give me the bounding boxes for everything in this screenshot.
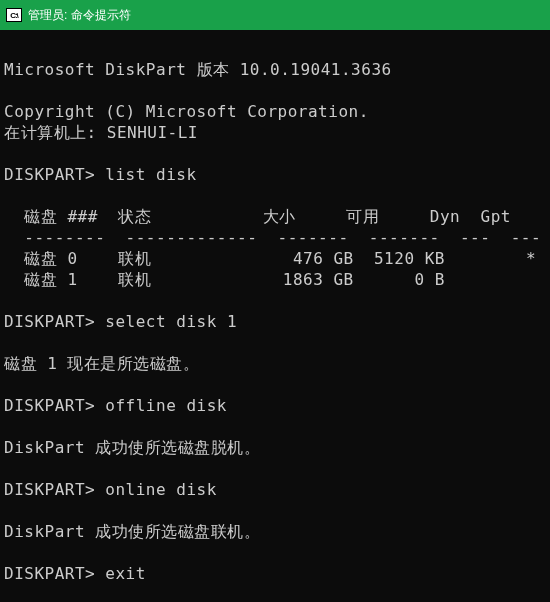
terminal-line: 磁盘 ### 状态 大小 可用 Dyn Gpt — [4, 207, 511, 226]
window-titlebar[interactable]: C:\ 管理员: 命令提示符 — [0, 0, 550, 30]
terminal-line: DISKPART> offline disk — [4, 396, 227, 415]
terminal-output[interactable]: Microsoft DiskPart 版本 10.0.19041.3636 Co… — [0, 30, 550, 602]
terminal-line: DISKPART> select disk 1 — [4, 312, 237, 331]
terminal-line: DISKPART> list disk — [4, 165, 197, 184]
cmd-icon: C:\ — [6, 8, 22, 22]
terminal-line: 在计算机上: SENHUI-LI — [4, 123, 198, 142]
terminal-line: Microsoft DiskPart 版本 10.0.19041.3636 — [4, 60, 392, 79]
terminal-line: DISKPART> exit — [4, 564, 146, 583]
terminal-line: 磁盘 1 联机 1863 GB 0 B — [4, 270, 445, 289]
terminal-line: Copyright (C) Microsoft Corporation. — [4, 102, 369, 121]
terminal-line: 磁盘 0 联机 476 GB 5120 KB * — [4, 249, 536, 268]
window-title: 管理员: 命令提示符 — [28, 7, 131, 24]
terminal-line: DiskPart 成功使所选磁盘脱机。 — [4, 438, 260, 457]
terminal-line: 磁盘 1 现在是所选磁盘。 — [4, 354, 199, 373]
terminal-line: -------- ------------- ------- ------- -… — [4, 228, 541, 247]
terminal-line: DiskPart 成功使所选磁盘联机。 — [4, 522, 260, 541]
terminal-line: DISKPART> online disk — [4, 480, 217, 499]
